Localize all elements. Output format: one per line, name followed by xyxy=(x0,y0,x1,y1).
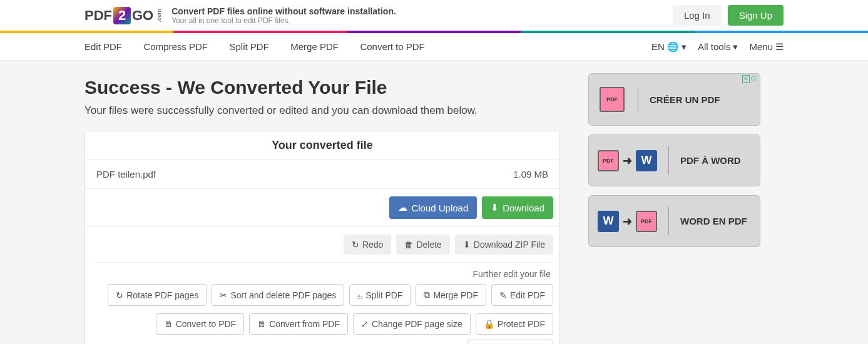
file-icon: 🗎 xyxy=(257,319,266,329)
split-button[interactable]: ⎁ Split PDF xyxy=(349,284,411,306)
sort-delete-button[interactable]: ✂ Sort and delete PDF pages xyxy=(212,284,344,306)
protect-button[interactable]: 🔒 Protect PDF xyxy=(476,313,553,335)
redo-icon: ↻ xyxy=(352,240,359,250)
ad-icon-pdf: PDF xyxy=(598,85,626,114)
file-size: 1.09 MB xyxy=(513,169,548,180)
delete-button[interactable]: 🗑 Delete xyxy=(396,235,449,255)
logo-pdf: PDF xyxy=(84,8,112,24)
nav-menu-label: Menu xyxy=(749,41,773,52)
hamburger-icon: ☰ xyxy=(775,41,784,53)
download-icon: ⬇ xyxy=(491,202,499,213)
auth-buttons: Log In Sign Up xyxy=(673,5,784,26)
nav-left: Edit PDF Compress PDF Split PDF Merge PD… xyxy=(84,41,444,53)
further-edit-label: Further edit your file xyxy=(85,263,559,284)
signup-button[interactable]: Sign Up xyxy=(728,5,784,26)
nav-split-pdf[interactable]: Split PDF xyxy=(229,41,268,52)
nav-all-tools[interactable]: All tools ▾ xyxy=(698,41,738,53)
tagline-sub: Your all in one tool to edit PDF files. xyxy=(171,16,396,25)
word-icon: W xyxy=(598,211,619,232)
logo[interactable]: PDF 2 GO .com xyxy=(84,7,165,24)
logo-go: GO xyxy=(132,8,153,24)
panel-header: Your converted file xyxy=(85,131,559,160)
convert-to-button[interactable]: 🗎 Convert to PDF xyxy=(156,313,244,335)
redo-label: Redo xyxy=(362,240,383,250)
rotate-button[interactable]: ↻ Rotate PDF pages xyxy=(108,284,207,306)
rainbow-divider xyxy=(0,31,868,33)
file-row: PDF teilen.pdf 1.09 MB xyxy=(85,160,559,189)
tool-row-1: ↻ Rotate PDF pages ✂ Sort and delete PDF… xyxy=(85,284,559,313)
ad-sidebar: ✕ ⓘ PDF CRÉER UN PDF PDF ➜ W PDF À WORD … xyxy=(588,73,760,344)
page-title: Success - We Converted Your File xyxy=(84,77,560,98)
compress-button[interactable]: ⧉ Compress PDF xyxy=(467,340,553,344)
ad-card-2[interactable]: PDF ➜ W PDF À WORD xyxy=(588,134,760,186)
page-subtitle: Your files were successfully converted o… xyxy=(84,104,560,117)
top-bar: PDF 2 GO .com Convert PDF files online w… xyxy=(0,0,868,31)
tagline-title: Convert PDF files online without softwar… xyxy=(171,6,396,16)
ad-info-icon[interactable]: ⓘ xyxy=(751,74,757,83)
scissors-icon: ✂ xyxy=(220,290,227,300)
main-column: Success - We Converted Your File Your fi… xyxy=(84,73,560,344)
ad-text-2: PDF À WORD xyxy=(680,155,741,166)
globe-icon: 🌐 xyxy=(667,41,679,53)
ad-badge[interactable]: ✕ ⓘ xyxy=(742,74,757,83)
file-panel: Your converted file PDF teilen.pdf 1.09 … xyxy=(84,131,560,344)
logo-2: 2 xyxy=(113,7,131,24)
nav-right: EN 🌐 ▾ All tools ▾ Menu ☰ xyxy=(651,41,784,53)
brand-area: PDF 2 GO .com Convert PDF files online w… xyxy=(84,6,396,25)
ad-divider xyxy=(638,86,638,114)
ad-icon-group: PDF ➜ W xyxy=(598,150,657,171)
ad-divider xyxy=(668,207,669,235)
chevron-down-icon: ▾ xyxy=(682,41,687,53)
logo-com: .com xyxy=(156,9,162,22)
cloud-icon: ☁ xyxy=(398,202,407,213)
pdf-icon: PDF xyxy=(600,87,625,112)
file-icon: 🗎 xyxy=(164,319,173,329)
edit-button[interactable]: ✎ Edit PDF xyxy=(491,284,553,306)
cloud-upload-button[interactable]: ☁ Cloud Upload xyxy=(389,196,477,219)
change-size-button[interactable]: ⤢ Change PDF page size xyxy=(353,313,471,335)
redo-button[interactable]: ↻ Redo xyxy=(344,235,391,255)
cloud-upload-label: Cloud Upload xyxy=(411,203,468,213)
nav-lang-label: EN xyxy=(651,41,665,52)
ad-card-3[interactable]: W ➜ PDF WORD EN PDF xyxy=(588,195,760,247)
download-icon: ⬇ xyxy=(463,240,471,250)
file-name: PDF teilen.pdf xyxy=(96,169,156,180)
nav-bar: Edit PDF Compress PDF Split PDF Merge PD… xyxy=(0,33,868,61)
nav-merge-pdf[interactable]: Merge PDF xyxy=(290,41,339,52)
arrow-icon: ➜ xyxy=(623,154,632,168)
merge-button[interactable]: ⧉ Merge PDF xyxy=(416,284,486,306)
tagline: Convert PDF files online without softwar… xyxy=(171,6,396,25)
primary-action-row: ☁ Cloud Upload ⬇ Download xyxy=(85,189,559,227)
nav-edit-pdf[interactable]: Edit PDF xyxy=(84,41,122,52)
pdf-icon: PDF xyxy=(636,211,657,232)
trash-icon: 🗑 xyxy=(404,240,413,250)
nav-all-tools-label: All tools xyxy=(698,41,731,52)
nav-lang[interactable]: EN 🌐 ▾ xyxy=(651,41,687,53)
merge-icon: ⧉ xyxy=(424,290,430,300)
chevron-down-icon: ▾ xyxy=(733,41,738,53)
secondary-action-row: ↻ Redo 🗑 Delete ⬇ Download ZIP File xyxy=(85,227,559,262)
ad-divider xyxy=(668,146,669,175)
ad-text-3: WORD EN PDF xyxy=(680,216,747,226)
nav-menu[interactable]: Menu ☰ xyxy=(749,41,784,53)
tool-row-2: 🗎 Convert to PDF 🗎 Convert from PDF ⤢ Ch… xyxy=(85,313,559,344)
download-zip-label: Download ZIP File xyxy=(474,240,545,250)
arrow-icon: ➜ xyxy=(623,215,632,228)
ad-close-icon[interactable]: ✕ xyxy=(742,75,750,83)
download-zip-button[interactable]: ⬇ Download ZIP File xyxy=(455,235,553,255)
ad-card-1[interactable]: ✕ ⓘ PDF CRÉER UN PDF xyxy=(588,73,760,126)
ad-text-1: CRÉER UN PDF xyxy=(650,94,720,105)
nav-compress-pdf[interactable]: Compress PDF xyxy=(143,41,208,52)
download-label: Download xyxy=(503,203,544,213)
lock-icon: 🔒 xyxy=(484,319,494,329)
convert-from-button[interactable]: 🗎 Convert from PDF xyxy=(249,313,348,335)
edit-icon: ✎ xyxy=(499,290,507,300)
container: Success - We Converted Your File Your fi… xyxy=(0,61,868,344)
ad-icon-group: W ➜ PDF xyxy=(598,211,657,232)
rotate-icon: ↻ xyxy=(116,290,123,300)
pdf-icon: PDF xyxy=(598,150,619,171)
resize-icon: ⤢ xyxy=(361,319,369,329)
download-button[interactable]: ⬇ Download xyxy=(482,196,553,219)
nav-convert-to-pdf[interactable]: Convert to PDF xyxy=(360,41,424,52)
login-button[interactable]: Log In xyxy=(673,5,722,26)
